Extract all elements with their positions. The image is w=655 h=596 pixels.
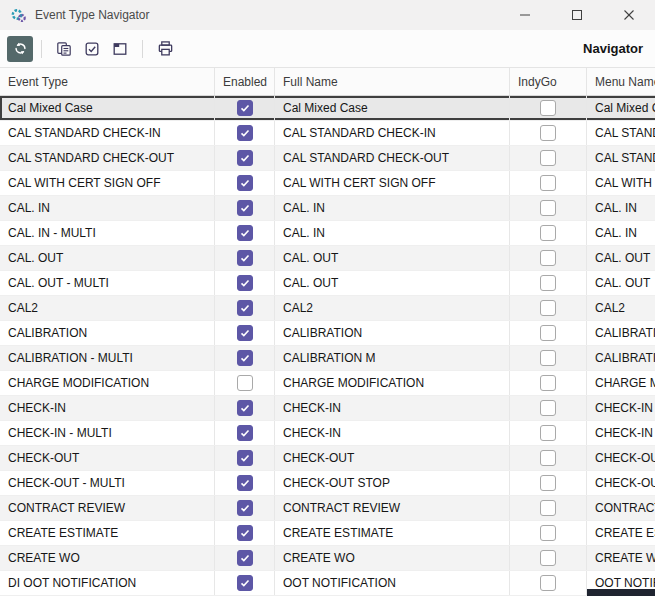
table-row[interactable]: CONTRACT REVIEWCONTRACT REVIEWCONTRACT R… xyxy=(0,496,655,521)
minimize-button[interactable] xyxy=(499,0,551,30)
enabled-checkbox[interactable] xyxy=(237,300,253,316)
indygo-cell xyxy=(510,496,587,520)
enabled-checkbox[interactable] xyxy=(237,525,253,541)
copy-list-button[interactable] xyxy=(52,37,76,61)
toolbar: Navigator xyxy=(0,30,655,67)
table-row[interactable]: DI OOT NOTIFICATIONOOT NOTIFICATIONOOT N… xyxy=(0,571,655,596)
refresh-button[interactable] xyxy=(7,36,33,62)
enabled-checkbox[interactable] xyxy=(237,400,253,416)
enabled-checkbox[interactable] xyxy=(237,450,253,466)
indygo-cell xyxy=(510,321,587,345)
enabled-checkbox[interactable] xyxy=(237,150,253,166)
table-row[interactable]: CAL2CAL2CAL2 xyxy=(0,296,655,321)
table-row[interactable]: CALIBRATION - MULTICALIBRATION MCALIBRAT… xyxy=(0,346,655,371)
indygo-checkbox[interactable] xyxy=(540,550,556,566)
indygo-cell xyxy=(510,171,587,195)
enabled-cell xyxy=(215,321,275,345)
enabled-checkbox[interactable] xyxy=(237,425,253,441)
table-row[interactable]: CHECK-OUTCHECK-OUTCHECK-OUT xyxy=(0,446,655,471)
checkbox-toggle-button[interactable] xyxy=(80,37,104,61)
full-name-cell: CONTRACT REVIEW xyxy=(275,496,510,520)
indygo-checkbox[interactable] xyxy=(540,375,556,391)
enabled-cell xyxy=(215,96,275,120)
table-row[interactable]: CAL WITH CERT SIGN OFFCAL WITH CERT SIGN… xyxy=(0,171,655,196)
column-header-enabled[interactable]: Enabled xyxy=(215,68,275,95)
full-name-cell: CALIBRATION M xyxy=(275,346,510,370)
indygo-checkbox[interactable] xyxy=(540,200,556,216)
indygo-checkbox[interactable] xyxy=(540,300,556,316)
enabled-checkbox[interactable] xyxy=(237,500,253,516)
close-button[interactable] xyxy=(603,0,655,30)
horizontal-scrollbar[interactable] xyxy=(587,589,655,596)
table-row[interactable]: CHECK-IN - MULTICHECK-INCHECK-IN xyxy=(0,421,655,446)
indygo-checkbox[interactable] xyxy=(540,275,556,291)
enabled-checkbox[interactable] xyxy=(237,375,253,391)
table-row[interactable]: CALIBRATIONCALIBRATIONCALIBRATION xyxy=(0,321,655,346)
table-row[interactable]: CAL STANDARD CHECK-INCAL STANDARD CHECK-… xyxy=(0,121,655,146)
menu-name-cell: CALIBRATION xyxy=(587,321,655,345)
column-header-indygo[interactable]: IndyGo xyxy=(510,68,587,95)
event-type-cell: CAL WITH CERT SIGN OFF xyxy=(0,171,215,195)
checkbox-check-icon xyxy=(84,41,100,57)
indygo-checkbox[interactable] xyxy=(540,425,556,441)
enabled-checkbox[interactable] xyxy=(237,100,253,116)
table-row[interactable]: CAL STANDARD CHECK-OUTCAL STANDARD CHECK… xyxy=(0,146,655,171)
indygo-checkbox[interactable] xyxy=(540,475,556,491)
indygo-checkbox[interactable] xyxy=(540,325,556,341)
menu-name-cell: CREATE ESTIMATE xyxy=(587,521,655,545)
indygo-checkbox[interactable] xyxy=(540,100,556,116)
enabled-checkbox[interactable] xyxy=(237,225,253,241)
table-row[interactable]: CREATE WOCREATE WOCREATE WO xyxy=(0,546,655,571)
menu-name-cell: CAL WITH CERT SIGN OFF xyxy=(587,171,655,195)
enabled-checkbox[interactable] xyxy=(237,475,253,491)
close-icon xyxy=(623,9,635,21)
table-row[interactable]: CHECK-INCHECK-INCHECK-IN xyxy=(0,396,655,421)
enabled-cell xyxy=(215,146,275,170)
enabled-checkbox[interactable] xyxy=(237,250,253,266)
indygo-cell xyxy=(510,121,587,145)
new-window-button[interactable] xyxy=(108,37,132,61)
enabled-checkbox[interactable] xyxy=(237,575,253,591)
grid-body: Cal Mixed CaseCal Mixed CaseCal Mixed Ca… xyxy=(0,96,655,596)
enabled-checkbox[interactable] xyxy=(237,125,253,141)
indygo-checkbox[interactable] xyxy=(540,500,556,516)
maximize-button[interactable] xyxy=(551,0,603,30)
table-row[interactable]: CAL. INCAL. INCAL. IN xyxy=(0,196,655,221)
column-header-menu-name[interactable]: Menu Name xyxy=(587,68,655,95)
table-row[interactable]: CAL. IN - MULTICAL. INCAL. IN xyxy=(0,221,655,246)
navigator-label: Navigator xyxy=(583,41,645,56)
indygo-checkbox[interactable] xyxy=(540,450,556,466)
enabled-checkbox[interactable] xyxy=(237,175,253,191)
indygo-cell xyxy=(510,546,587,570)
enabled-checkbox[interactable] xyxy=(237,275,253,291)
menu-name-cell: CHECK-OUT xyxy=(587,446,655,470)
print-button[interactable] xyxy=(153,37,177,61)
enabled-checkbox[interactable] xyxy=(237,550,253,566)
table-row[interactable]: CREATE ESTIMATECREATE ESTIMATECREATE EST… xyxy=(0,521,655,546)
enabled-checkbox[interactable] xyxy=(237,325,253,341)
table-row[interactable]: CAL. OUT - MULTICAL. OUTCAL. OUT xyxy=(0,271,655,296)
table-row[interactable]: Cal Mixed CaseCal Mixed CaseCal Mixed Ca… xyxy=(0,96,655,121)
indygo-checkbox[interactable] xyxy=(540,175,556,191)
indygo-checkbox[interactable] xyxy=(540,575,556,591)
full-name-cell: CAL. IN xyxy=(275,221,510,245)
column-header-event-type[interactable]: Event Type xyxy=(0,68,215,95)
indygo-checkbox[interactable] xyxy=(540,150,556,166)
window-icon xyxy=(112,41,128,57)
enabled-cell xyxy=(215,121,275,145)
grid-header: Event Type Enabled Full Name IndyGo Menu… xyxy=(0,67,655,96)
table-row[interactable]: CHARGE MODIFICATIONCHARGE MODIFICATIONCH… xyxy=(0,371,655,396)
table-row[interactable]: CHECK-OUT - MULTICHECK-OUT STOPCHECK-OUT xyxy=(0,471,655,496)
event-type-cell: CAL. IN xyxy=(0,196,215,220)
indygo-checkbox[interactable] xyxy=(540,225,556,241)
table-row[interactable]: CAL. OUTCAL. OUTCAL. OUT xyxy=(0,246,655,271)
indygo-checkbox[interactable] xyxy=(540,400,556,416)
enabled-checkbox[interactable] xyxy=(237,350,253,366)
indygo-checkbox[interactable] xyxy=(540,250,556,266)
indygo-checkbox[interactable] xyxy=(540,525,556,541)
column-header-full-name[interactable]: Full Name xyxy=(275,68,510,95)
enabled-checkbox[interactable] xyxy=(237,200,253,216)
enabled-cell xyxy=(215,521,275,545)
indygo-checkbox[interactable] xyxy=(540,350,556,366)
indygo-checkbox[interactable] xyxy=(540,125,556,141)
